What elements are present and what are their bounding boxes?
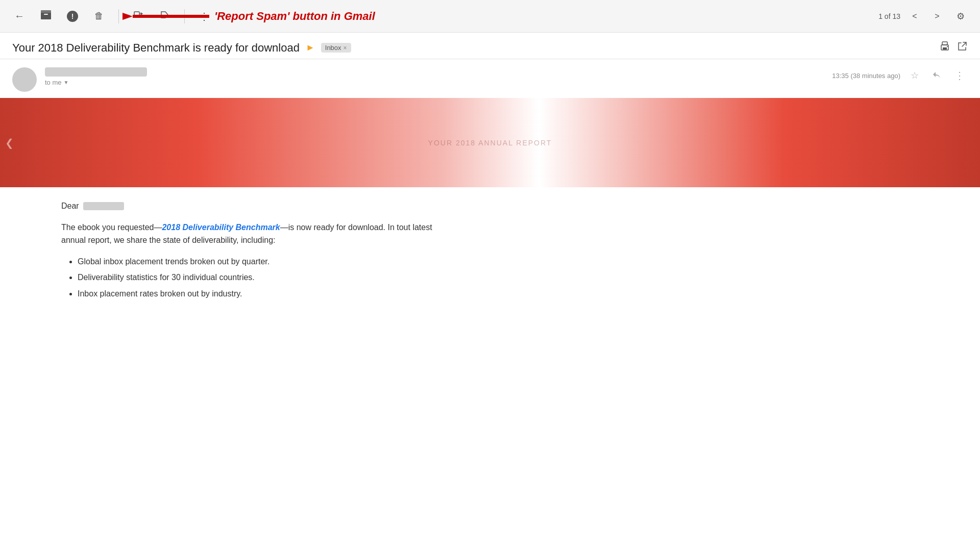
body-intro-text: The ebook you requested— <box>61 223 162 232</box>
email-subject-area: Your 2018 Deliverability Benchmark is re… <box>12 41 939 55</box>
bullet-item-2: Deliverability statistics for 30 individ… <box>78 271 919 284</box>
red-arrow-icon <box>122 1 214 32</box>
prev-icon: < <box>912 12 917 21</box>
email-header-right-actions <box>939 41 968 55</box>
toolbar-separator-1 <box>118 9 119 23</box>
settings-icon: ⚙ <box>957 11 965 22</box>
sender-row: to me ▼ 13:35 (38 minutes ago) ☆ ⋮ <box>0 59 980 98</box>
bullet-1-text: Global inbox placement trends broken out… <box>78 257 270 266</box>
bullet-list: Global inbox placement trends broken out… <box>61 255 919 300</box>
recipient-name-blurred <box>83 202 124 210</box>
dear-text: Dear <box>61 199 79 213</box>
body-link[interactable]: 2018 Deliverability Benchmark <box>162 223 280 232</box>
settings-button[interactable]: ⚙ <box>951 7 970 26</box>
to-me-label: to me <box>45 79 62 86</box>
email-header: Your 2018 Deliverability Benchmark is re… <box>0 33 980 59</box>
svg-rect-7 <box>942 42 947 45</box>
email-more-icon: ⋮ <box>954 69 965 82</box>
delete-icon: 🗑 <box>94 11 104 21</box>
email-timestamp: 13:35 (38 minutes ago) <box>832 72 900 80</box>
star-button[interactable]: ☆ <box>906 67 923 84</box>
back-button[interactable]: ← <box>10 7 29 26</box>
to-me-chevron-icon: ▼ <box>64 80 69 85</box>
pagination-label: 1 of 13 <box>878 12 900 20</box>
email-toolbar: ← ! 🗑 <box>0 0 980 33</box>
email-banner: ❮ YOUR 2018 ANNUAL REPORT <box>0 98 980 187</box>
svg-point-9 <box>947 46 948 47</box>
popout-icon[interactable] <box>957 41 968 55</box>
to-me-dropdown[interactable]: to me ▼ <box>45 79 824 86</box>
banner-left-arrow-icon: ❮ <box>5 137 14 149</box>
annotation-area: 'Report Spam' button in Gmail <box>122 1 375 32</box>
next-icon: > <box>935 12 939 21</box>
bullet-2-text: Deliverability statistics for 30 individ… <box>78 273 255 282</box>
sender-time-area: 13:35 (38 minutes ago) ☆ ⋮ <box>832 67 968 84</box>
subject-star-icon: ► <box>306 42 315 53</box>
delete-button[interactable]: 🗑 <box>90 7 108 26</box>
reply-button[interactable] <box>929 67 945 84</box>
sender-info: to me ▼ <box>45 67 824 86</box>
next-email-button[interactable]: > <box>929 8 945 24</box>
archive-button[interactable] <box>37 7 55 26</box>
svg-rect-8 <box>943 47 947 49</box>
prev-email-button[interactable]: < <box>906 8 923 24</box>
inbox-tag-close-button[interactable]: × <box>344 44 347 52</box>
print-icon[interactable] <box>939 41 950 55</box>
star-icon: ☆ <box>911 70 919 81</box>
body-paragraph-1: The ebook you requested—2018 Deliverabil… <box>61 221 449 247</box>
inbox-tag: Inbox × <box>321 43 351 53</box>
email-more-button[interactable]: ⋮ <box>951 67 968 84</box>
email-body: Dear The ebook you requested—2018 Delive… <box>0 187 980 316</box>
sender-name-row <box>45 67 824 77</box>
dear-line: Dear <box>61 199 919 213</box>
banner-center-text: YOUR 2018 ANNUAL REPORT <box>428 139 552 147</box>
email-subject: Your 2018 Deliverability Benchmark is re… <box>12 41 300 55</box>
bullet-item-3: Inbox placement rates broken out by indu… <box>78 287 919 300</box>
sender-name <box>45 67 147 77</box>
reply-icon <box>933 70 942 81</box>
bullet-3-text: Inbox placement rates broken out by indu… <box>78 289 242 298</box>
report-spam-button[interactable]: ! <box>63 7 82 26</box>
report-spam-icon: ! <box>67 11 78 22</box>
bullet-item-1: Global inbox placement trends broken out… <box>78 255 919 268</box>
annotation-text: 'Report Spam' button in Gmail <box>214 10 375 23</box>
sender-avatar <box>12 67 37 92</box>
svg-rect-1 <box>41 10 51 13</box>
toolbar-right-actions: 1 of 13 < > ⚙ <box>878 7 970 26</box>
svg-rect-2 <box>44 14 48 15</box>
back-icon: ← <box>14 10 24 22</box>
inbox-tag-label: Inbox <box>325 44 341 52</box>
svg-rect-0 <box>41 12 51 19</box>
archive-icon <box>41 10 51 22</box>
